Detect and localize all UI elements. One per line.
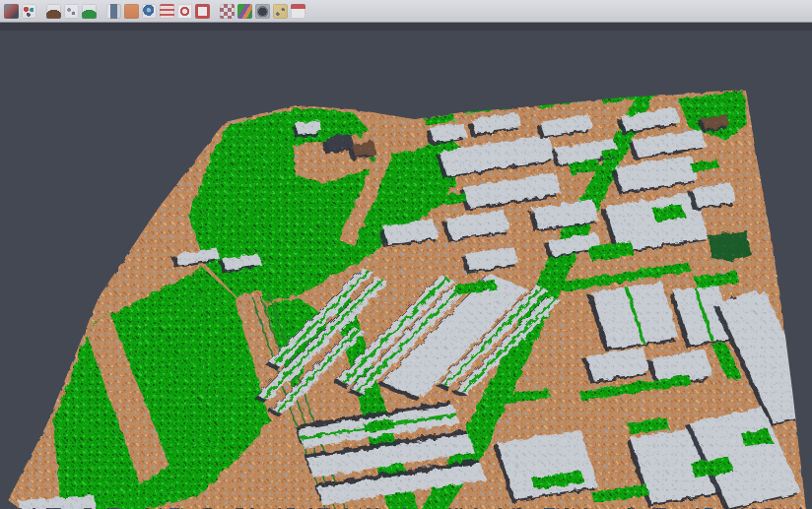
toolbar bbox=[0, 0, 812, 23]
toolbar-separator bbox=[98, 4, 104, 19]
dtm-vegetation-icon[interactable] bbox=[82, 4, 97, 19]
legend-list-icon[interactable] bbox=[160, 4, 174, 19]
circle-select-icon[interactable] bbox=[177, 4, 192, 19]
viewport-3d-pointcloud[interactable] bbox=[0, 0, 812, 509]
point-cloud-icon[interactable] bbox=[22, 4, 36, 19]
globe-3d-icon[interactable] bbox=[142, 4, 157, 19]
camera-icon[interactable] bbox=[255, 4, 270, 19]
measure-icon[interactable] bbox=[273, 4, 288, 19]
clip-box-icon[interactable] bbox=[291, 4, 305, 19]
toolbar-separator bbox=[37, 4, 44, 19]
zoom-extent-icon[interactable] bbox=[195, 4, 210, 19]
under-toolbar-band bbox=[0, 23, 812, 31]
app-window bbox=[0, 0, 812, 509]
open-project-icon[interactable] bbox=[4, 4, 19, 19]
ortho-view-icon[interactable] bbox=[124, 4, 139, 19]
point-speckle-overlay bbox=[0, 0, 812, 509]
toolbar-separator bbox=[211, 4, 218, 19]
sparse-points-icon[interactable] bbox=[64, 4, 79, 19]
classification-colors-icon[interactable] bbox=[237, 4, 252, 19]
texture-toggle-icon[interactable] bbox=[220, 4, 235, 19]
profile-view-icon[interactable] bbox=[106, 4, 121, 19]
dsm-terrain-icon[interactable] bbox=[46, 4, 61, 19]
pointcloud-scene bbox=[0, 0, 812, 509]
